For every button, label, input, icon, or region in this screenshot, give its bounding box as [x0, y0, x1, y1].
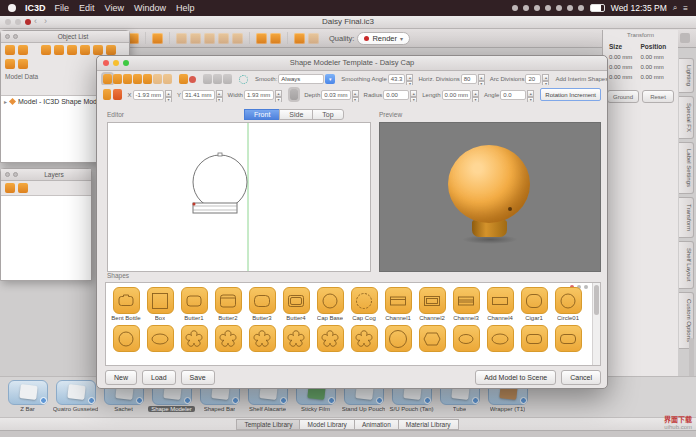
shape-item[interactable] [381, 325, 415, 360]
shape-thumbnail[interactable] [453, 325, 480, 352]
model-icon[interactable] [152, 33, 163, 44]
add-object-icon[interactable] [5, 45, 15, 55]
undo-icon[interactable] [294, 33, 305, 44]
view-tab[interactable]: Side [279, 109, 313, 120]
snap-circle-icon[interactable] [239, 75, 248, 84]
info-badge-icon[interactable] [88, 397, 95, 404]
sphere-icon[interactable] [54, 45, 64, 55]
zoom-out-icon[interactable] [123, 74, 132, 84]
shape-thumbnail[interactable] [555, 287, 582, 314]
field-input[interactable]: 0.0 [500, 90, 526, 100]
select-icon[interactable] [103, 74, 112, 84]
cylinder-icon[interactable] [67, 45, 77, 55]
shape-thumbnail[interactable] [419, 325, 446, 352]
shape-thumbnail[interactable] [555, 325, 582, 352]
info-badge-icon[interactable] [328, 397, 335, 404]
view-tab[interactable]: Front [244, 109, 280, 120]
shape-thumbnail[interactable] [487, 287, 514, 314]
cone-icon[interactable] [80, 45, 90, 55]
spotlight-icon[interactable]: ⌕ [673, 3, 677, 13]
info-badge-icon[interactable] [136, 397, 143, 404]
divider[interactable] [169, 32, 170, 44]
field-input[interactable]: 31.41 mm [182, 90, 215, 100]
template-thumbnail[interactable] [56, 380, 96, 405]
cloud-icon[interactable] [534, 5, 540, 11]
shape-thumbnail[interactable] [181, 325, 208, 352]
shape-thumbnail[interactable] [351, 325, 378, 352]
shape-item[interactable]: Butter4 [279, 287, 313, 322]
time-machine-icon[interactable] [545, 5, 551, 11]
shape-thumbnail[interactable] [419, 287, 446, 314]
info-badge-icon[interactable] [280, 397, 287, 404]
profile-editor-canvas[interactable] [107, 122, 371, 272]
field-input[interactable]: 0.00 [383, 90, 409, 100]
light-icon[interactable] [106, 45, 116, 55]
rotation-increment-button[interactable]: Rotation Increment [540, 88, 601, 101]
prev-shape-icon[interactable] [153, 74, 162, 84]
shape-item[interactable] [109, 325, 143, 360]
reset-button[interactable]: Reset [642, 90, 674, 103]
field-input[interactable]: 1.93 mm [244, 90, 274, 100]
field-input[interactable]: 43.3 [388, 74, 406, 84]
field-input[interactable]: 0.00 mm [442, 90, 471, 100]
draw-arc-icon[interactable] [213, 74, 222, 84]
draw-curve-icon[interactable] [223, 74, 232, 84]
battery-icon[interactable] [590, 4, 605, 12]
stepper[interactable] [478, 74, 485, 84]
draw-line-icon[interactable] [203, 74, 212, 84]
side-tab[interactable]: Shelf Layout [679, 241, 694, 288]
divider[interactable] [145, 32, 146, 44]
shape-item[interactable]: Channel1 [381, 287, 415, 322]
info-badge-icon[interactable] [184, 397, 191, 404]
shape-item[interactable]: Butter1 [177, 287, 211, 322]
stepper[interactable] [406, 74, 413, 84]
next-shape-icon[interactable] [163, 74, 172, 84]
divider[interactable] [249, 32, 250, 44]
depth-edit-icon[interactable] [290, 89, 298, 100]
template-item[interactable]: Quatro Gusseted [54, 380, 97, 412]
shape-item[interactable] [415, 325, 449, 360]
close-icon[interactable] [5, 172, 10, 177]
add-model-button[interactable]: Add Model to Scene [475, 370, 556, 385]
stepper[interactable] [216, 90, 223, 100]
shape-thumbnail[interactable] [283, 325, 310, 352]
shape-item[interactable] [143, 325, 177, 360]
menu-item[interactable]: Window [134, 3, 166, 13]
add-layer-icon[interactable] [5, 183, 15, 193]
revolve-icon[interactable] [143, 74, 152, 84]
side-tab[interactable]: Transform [679, 197, 694, 238]
material-icon[interactable] [256, 33, 267, 44]
dialog-title-bar[interactable]: Shape Modeler Template - Daisy Cap [97, 56, 607, 71]
menu-clock[interactable]: Wed 12:35 PM [611, 3, 667, 13]
library-tab[interactable]: Animation [354, 419, 399, 430]
shape-item[interactable]: Channel4 [483, 287, 517, 322]
shape-fill-icon[interactable] [103, 89, 111, 100]
dropdown-icon[interactable] [325, 74, 335, 84]
shape-thumbnail[interactable] [249, 287, 276, 314]
shape-item[interactable] [211, 325, 245, 360]
new-button[interactable]: New [105, 370, 137, 385]
field-input[interactable]: 80 [461, 74, 477, 84]
info-badge-icon[interactable] [424, 397, 431, 404]
shape-thumbnail[interactable] [113, 325, 140, 352]
view-tab[interactable]: Top [312, 109, 343, 120]
stepper[interactable] [275, 90, 282, 100]
shape-thumbnail[interactable] [215, 287, 242, 314]
shape-item[interactable] [177, 325, 211, 360]
shape-item[interactable] [551, 325, 585, 360]
scrollbar[interactable] [592, 283, 600, 365]
load-button[interactable]: Load [142, 370, 176, 385]
library-tab[interactable]: Material Library [398, 419, 459, 430]
shape-thumbnail[interactable] [351, 287, 378, 314]
shape-thumbnail[interactable] [147, 325, 174, 352]
menu-item[interactable]: File [55, 3, 70, 13]
shape-item[interactable]: Channel2 [415, 287, 449, 322]
side-tab[interactable]: Label Settings [679, 142, 694, 194]
shape-item[interactable] [347, 325, 381, 360]
remove-layer-icon[interactable] [18, 183, 28, 193]
shape-thumbnail[interactable] [215, 325, 242, 352]
menu-item[interactable]: Help [176, 3, 195, 13]
cube-icon[interactable] [41, 45, 51, 55]
stepper[interactable] [352, 90, 359, 100]
shape-thumbnail[interactable] [385, 287, 412, 314]
